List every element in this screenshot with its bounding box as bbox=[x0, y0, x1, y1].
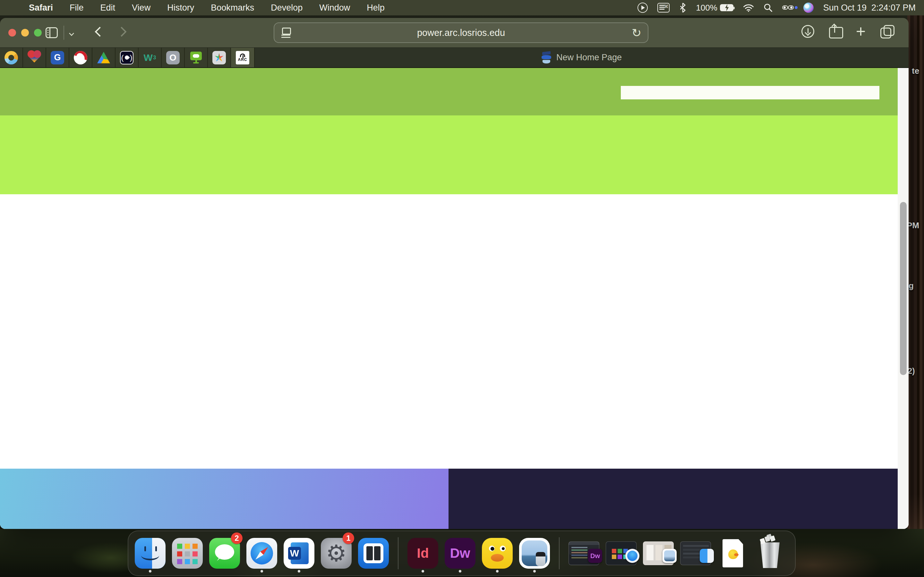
dock-item-duck[interactable] bbox=[482, 534, 513, 572]
g-favicon: G bbox=[51, 51, 64, 64]
close-button[interactable] bbox=[8, 29, 16, 37]
photo-icon bbox=[519, 538, 550, 569]
spotlight-icon[interactable] bbox=[764, 3, 772, 12]
zoom-button[interactable] bbox=[34, 29, 42, 37]
desktop-label-fragment: te bbox=[912, 66, 919, 76]
dock-item-messages[interactable]: 2 bbox=[209, 534, 240, 572]
pinned-tab-star[interactable] bbox=[208, 48, 231, 67]
chevron-down-icon[interactable] bbox=[69, 31, 74, 36]
pinned-tab-arc[interactable]: ARC bbox=[231, 48, 255, 67]
reload-icon[interactable]: ↻ bbox=[632, 26, 641, 40]
finder-eyes bbox=[144, 546, 146, 551]
tab-new-home-page[interactable]: New Home Page bbox=[255, 48, 909, 67]
pinned-tab-w3[interactable]: W3 bbox=[139, 48, 162, 67]
new-tab-button[interactable]: + bbox=[856, 25, 866, 38]
word-w-glyph: W bbox=[288, 547, 301, 560]
w3-favicon: W3 bbox=[143, 51, 157, 64]
menu-help[interactable]: Help bbox=[359, 0, 393, 15]
menu-safari[interactable]: Safari bbox=[21, 0, 61, 15]
fcc-favicon bbox=[120, 51, 134, 64]
app-initials: Id bbox=[417, 546, 429, 561]
divider bbox=[63, 26, 64, 40]
running-indicator-dot bbox=[533, 570, 536, 572]
menu-edit[interactable]: Edit bbox=[92, 0, 124, 15]
dock-item-safari[interactable] bbox=[246, 534, 277, 572]
charging-bolt-icon bbox=[725, 4, 729, 11]
menu-window[interactable]: Window bbox=[311, 0, 359, 15]
toolbar-right-buttons: + bbox=[801, 24, 893, 39]
bluetooth-icon[interactable] bbox=[679, 3, 686, 13]
monitor-favicon bbox=[189, 51, 203, 64]
window-switcher-icon[interactable] bbox=[657, 3, 670, 13]
favicon-text: W bbox=[144, 52, 153, 63]
safari-icon bbox=[246, 538, 277, 569]
menu-history[interactable]: History bbox=[159, 0, 202, 15]
downloads-button[interactable] bbox=[801, 25, 814, 38]
menu-bar: SafariFileEditViewHistoryBookmarksDevelo… bbox=[0, 0, 924, 15]
battery-icon[interactable]: 100% bbox=[696, 3, 733, 13]
dock-item-dw[interactable]: Dw bbox=[445, 534, 475, 572]
pinned-tab-swoosh[interactable] bbox=[69, 48, 92, 67]
menu-bookmarks[interactable]: Bookmarks bbox=[202, 0, 262, 15]
finder-badge-icon bbox=[700, 549, 714, 563]
arc-favicon: ARC bbox=[236, 51, 249, 64]
play-circle-icon[interactable] bbox=[638, 3, 648, 13]
pinned-tab-o[interactable]: O bbox=[162, 48, 185, 67]
dock-item-settings[interactable]: 1 bbox=[321, 534, 352, 572]
minimize-button[interactable] bbox=[21, 29, 29, 37]
control-center-icon[interactable] bbox=[782, 3, 794, 13]
share-button[interactable] bbox=[829, 24, 841, 39]
pinned-tab-monitor[interactable] bbox=[185, 48, 208, 67]
dock-item-finder[interactable] bbox=[135, 534, 166, 572]
lime-banner-band bbox=[0, 115, 898, 194]
url-field[interactable]: power.arc.losrios.edu ↻ bbox=[274, 23, 648, 43]
dock-item-duckfile[interactable] bbox=[717, 534, 748, 572]
dock-item-word[interactable]: W bbox=[284, 534, 314, 572]
running-indicator-dot bbox=[496, 570, 499, 572]
scrollbar-track[interactable] bbox=[898, 68, 909, 529]
dock-divider bbox=[559, 537, 559, 569]
dock-item-launchpad[interactable] bbox=[172, 534, 203, 572]
menu-file[interactable]: File bbox=[61, 0, 92, 15]
dock-item-photo[interactable] bbox=[519, 534, 550, 572]
dock-item-id[interactable]: Id bbox=[407, 534, 438, 572]
pinned-tab-heart[interactable] bbox=[23, 48, 46, 67]
duck-icon bbox=[482, 538, 513, 569]
toggle-pill bbox=[788, 5, 794, 10]
menu-develop[interactable]: Develop bbox=[262, 0, 311, 15]
url-text: power.arc.losrios.edu bbox=[417, 27, 505, 38]
favicon-text: O bbox=[170, 53, 176, 63]
favicon-text: ARC bbox=[238, 57, 247, 62]
app-initials: Dw bbox=[450, 546, 470, 561]
running-indicator-dot bbox=[149, 570, 152, 572]
favicon-text: G bbox=[54, 53, 61, 63]
battery-percent: 100% bbox=[696, 3, 717, 13]
scrollbar-thumb[interactable] bbox=[900, 202, 907, 375]
dock-item-trash[interactable] bbox=[754, 534, 785, 572]
pinned-tab-sunburst[interactable] bbox=[0, 48, 23, 67]
pinned-tab-drive[interactable] bbox=[92, 48, 115, 67]
dw-badge-icon: Dw bbox=[588, 549, 602, 563]
page-search-input[interactable] bbox=[621, 86, 879, 99]
desktop-label-fragment: g bbox=[909, 281, 914, 291]
word-icon: W bbox=[284, 538, 314, 569]
dock-minimized-window-finder[interactable] bbox=[680, 534, 711, 572]
forward-button[interactable] bbox=[116, 27, 126, 37]
menu-view[interactable]: View bbox=[124, 0, 159, 15]
tab-overview-button[interactable] bbox=[880, 25, 893, 38]
wifi-icon[interactable] bbox=[743, 3, 754, 12]
dock-minimized-window-photo[interactable] bbox=[643, 534, 674, 572]
dock-minimized-window-safari[interactable] bbox=[606, 534, 636, 572]
pinned-tab-g[interactable]: G bbox=[46, 48, 69, 67]
running-indicator-dot bbox=[422, 570, 424, 572]
back-button[interactable] bbox=[95, 27, 105, 37]
menu-bar-clock[interactable]: Sun Oct 19 2:24:07 PM bbox=[823, 3, 916, 13]
sidebar-toggle-icon[interactable] bbox=[45, 27, 58, 38]
swoosh-favicon bbox=[74, 51, 87, 64]
dock-minimized-window-dw[interactable]: Dw bbox=[569, 534, 599, 572]
dock-item-winman[interactable] bbox=[358, 534, 389, 572]
pinned-tab-fcc[interactable] bbox=[115, 48, 139, 67]
tab-title: New Home Page bbox=[556, 53, 622, 63]
siri-icon[interactable] bbox=[803, 3, 814, 13]
reader-icon[interactable] bbox=[281, 27, 291, 39]
